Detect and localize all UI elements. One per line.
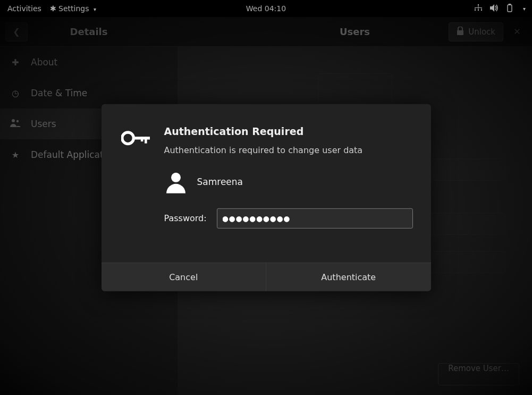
password-input[interactable] xyxy=(217,208,413,229)
svg-rect-18 xyxy=(140,137,143,141)
activities-button[interactable]: Activities xyxy=(7,4,41,13)
svg-marker-9 xyxy=(490,4,494,12)
dialog-title: Authentication Required xyxy=(164,125,413,137)
current-app-label: Settings xyxy=(58,4,89,13)
svg-rect-7 xyxy=(478,7,478,10)
svg-rect-10 xyxy=(508,5,512,12)
svg-rect-0 xyxy=(478,4,479,5)
svg-rect-6 xyxy=(475,7,475,10)
auth-dialog: Authentication Required Authentication i… xyxy=(102,104,431,291)
svg-point-15 xyxy=(122,132,133,144)
power-icon[interactable] xyxy=(506,4,513,14)
chevron-down-icon: ▾ xyxy=(94,6,96,12)
current-app-indicator[interactable]: ✱ Settings ▾ xyxy=(50,4,96,13)
svg-rect-17 xyxy=(145,137,147,144)
settings-icon: ✱ xyxy=(50,4,56,13)
svg-rect-3 xyxy=(481,10,482,11)
svg-rect-11 xyxy=(509,4,510,5)
authenticate-button[interactable]: Authenticate xyxy=(266,263,431,291)
key-icon xyxy=(120,125,151,228)
cancel-button[interactable]: Cancel xyxy=(102,263,266,291)
network-icon[interactable] xyxy=(474,4,483,13)
gnome-top-bar: Activities ✱ Settings ▾ Wed 04:10 ▾ xyxy=(0,0,532,17)
volume-icon[interactable] xyxy=(490,4,499,13)
user-avatar-icon xyxy=(164,170,188,194)
password-label: Password: xyxy=(164,213,209,223)
svg-rect-8 xyxy=(481,7,482,10)
dialog-user-name: Samreena xyxy=(197,177,243,187)
svg-rect-4 xyxy=(478,5,478,7)
svg-point-19 xyxy=(171,173,181,182)
dialog-message: Authentication is required to change use… xyxy=(164,144,413,156)
svg-rect-2 xyxy=(478,10,479,11)
clock[interactable]: Wed 04:10 xyxy=(246,4,286,13)
chevron-down-icon[interactable]: ▾ xyxy=(523,6,526,12)
svg-rect-1 xyxy=(475,10,476,11)
